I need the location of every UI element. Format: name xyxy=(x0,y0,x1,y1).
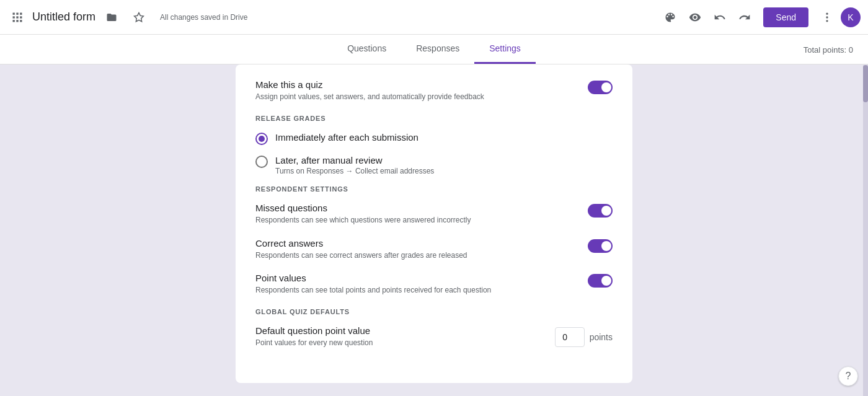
missed-questions-toggle-track xyxy=(588,204,613,218)
point-values-text: Point values Respondents can see total p… xyxy=(255,273,491,296)
release-immediately-option[interactable]: Immediately after each submission xyxy=(255,132,613,145)
missed-questions-text: Missed questions Respondents can see whi… xyxy=(255,203,471,226)
make-quiz-description: Assign point values, set answers, and au… xyxy=(255,92,484,102)
correct-answers-row: Correct answers Respondents can see corr… xyxy=(255,238,613,261)
missed-questions-title: Missed questions xyxy=(255,203,471,213)
missed-questions-toggle-thumb xyxy=(601,206,611,216)
default-point-value-row: Default question point value Point value… xyxy=(255,325,613,348)
svg-point-11 xyxy=(826,16,828,18)
point-values-toggle-track xyxy=(588,274,613,288)
release-later-radio[interactable] xyxy=(255,156,268,168)
correct-answers-title: Correct answers xyxy=(255,238,467,249)
point-value-input-group: points xyxy=(555,327,613,347)
tabbar: Questions Responses Settings Total point… xyxy=(0,35,868,64)
release-grades-section: RELEASE GRADES xyxy=(255,115,613,122)
point-values-toggle-thumb xyxy=(601,276,611,286)
points-unit-label: points xyxy=(590,332,613,342)
topbar: Untitled form All changes saved in Drive… xyxy=(0,0,868,35)
point-values-row: Point values Respondents can see total p… xyxy=(255,273,613,296)
help-button[interactable]: ? xyxy=(838,366,858,386)
missed-questions-toggle[interactable] xyxy=(588,204,613,219)
redo-icon[interactable] xyxy=(733,6,756,29)
svg-rect-5 xyxy=(20,16,22,18)
saved-status: All changes saved in Drive xyxy=(160,13,247,22)
svg-point-12 xyxy=(826,20,828,22)
correct-answers-toggle[interactable] xyxy=(588,239,613,254)
main-content: Make this a quiz Assign point values, se… xyxy=(0,64,868,395)
settings-card: Make this a quiz Assign point values, se… xyxy=(236,64,632,383)
tab-settings[interactable]: Settings xyxy=(474,35,536,64)
preview-icon[interactable] xyxy=(684,6,706,29)
correct-answers-toggle-track xyxy=(588,239,613,253)
topbar-right: Send K xyxy=(659,6,861,29)
svg-rect-1 xyxy=(16,12,18,14)
point-values-description: Respondents can see total points and poi… xyxy=(255,285,491,296)
default-point-value-text: Default question point value Point value… xyxy=(255,325,373,348)
svg-rect-3 xyxy=(13,16,15,18)
point-values-title: Point values xyxy=(255,273,491,283)
missed-questions-description: Respondents can see which questions were… xyxy=(255,215,471,226)
topbar-left: Untitled form All changes saved in Drive xyxy=(7,6,659,29)
star-icon[interactable] xyxy=(128,6,150,29)
global-defaults-section: GLOBAL QUIZ DEFAULTS xyxy=(255,308,613,315)
svg-rect-6 xyxy=(13,20,15,22)
svg-rect-4 xyxy=(16,16,18,18)
svg-rect-0 xyxy=(13,12,15,14)
release-later-label: Later, after manual review Turns on Resp… xyxy=(275,155,434,175)
make-quiz-toggle[interactable] xyxy=(588,81,613,95)
page-scrollbar-thumb xyxy=(863,65,868,102)
svg-rect-7 xyxy=(16,20,18,22)
correct-answers-text: Correct answers Respondents can see corr… xyxy=(255,238,467,261)
total-points: Total points: 0 xyxy=(804,45,853,54)
correct-answers-toggle-thumb xyxy=(601,241,611,251)
svg-rect-2 xyxy=(20,12,22,14)
make-quiz-toggle-track xyxy=(588,81,613,94)
folder-icon[interactable] xyxy=(100,6,123,29)
release-immediately-label: Immediately after each submission xyxy=(275,132,418,143)
undo-icon[interactable] xyxy=(709,6,731,29)
avatar[interactable]: K xyxy=(841,7,861,27)
svg-point-10 xyxy=(826,12,828,14)
form-title: Untitled form xyxy=(32,11,95,24)
default-point-value-title: Default question point value xyxy=(255,325,373,336)
tab-responses[interactable]: Responses xyxy=(401,35,474,64)
missed-questions-row: Missed questions Respondents can see whi… xyxy=(255,203,613,226)
release-later-option[interactable]: Later, after manual review Turns on Resp… xyxy=(255,155,613,175)
make-quiz-title: Make this a quiz xyxy=(255,79,484,90)
correct-answers-description: Respondents can see correct answers afte… xyxy=(255,250,467,261)
tab-questions[interactable]: Questions xyxy=(332,35,401,64)
palette-icon[interactable] xyxy=(659,6,681,29)
grid-icon[interactable] xyxy=(7,7,27,27)
respondent-settings-section: RESPONDENT SETTINGS xyxy=(255,185,613,193)
svg-marker-9 xyxy=(135,12,144,21)
svg-rect-8 xyxy=(20,20,22,22)
more-icon[interactable] xyxy=(816,6,838,29)
point-values-toggle[interactable] xyxy=(588,274,613,289)
release-immediately-radio[interactable] xyxy=(255,133,268,145)
tabs: Questions Responses Settings xyxy=(332,35,536,64)
send-button[interactable]: Send xyxy=(763,7,808,27)
default-point-value-input[interactable] xyxy=(555,327,585,347)
page-scrollbar[interactable] xyxy=(863,65,868,396)
default-point-value-description: Point values for every new question xyxy=(255,338,373,348)
make-quiz-text: Make this a quiz Assign point values, se… xyxy=(255,79,484,102)
make-quiz-row: Make this a quiz Assign point values, se… xyxy=(255,79,613,102)
make-quiz-toggle-thumb xyxy=(601,82,611,92)
